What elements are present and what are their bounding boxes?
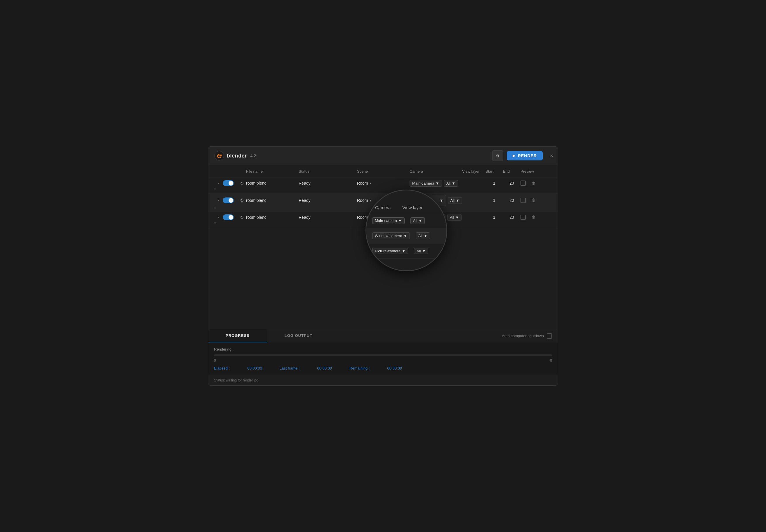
status-bar: Status: waiting for render job. [208,375,558,385]
start-row-1: 1 [485,181,503,185]
progress-area: Rendering: 0 0 Elapsed : 00:00:00 Last f… [208,342,558,375]
preview-checkbox-row-1[interactable] [520,181,526,186]
logo-area: blender 4.2 [214,151,256,161]
filename-row-3: room.blend [246,215,299,220]
start-row-2: 1 [485,198,503,203]
progress-start-num: 0 [214,358,216,363]
toggle-row-3[interactable] [223,214,234,220]
header-actions: ⚙ ▶ RENDER [492,150,543,161]
col-viewlayer: View layer [462,168,485,175]
toggle-row-2[interactable] [223,197,234,203]
zoom-header: Camera View layer [366,202,446,213]
filename-row-1: room.blend [246,181,299,185]
refresh-row-1-button[interactable]: ↻ [237,181,246,186]
viewlayer-row-1-dropdown[interactable]: All ▼ [444,180,458,187]
zoom-camera-1[interactable]: Main-camera ▼ [372,217,405,224]
zoom-col-camera: Camera [375,205,391,210]
delete-row-2-button[interactable]: 🗑 [529,198,538,203]
expand-row-2-button[interactable]: › [214,197,223,204]
zoom-camera-2[interactable]: Window-camera ▼ [372,232,410,239]
zoom-layer-2[interactable]: All ▼ [416,232,430,239]
expand-row-3-button[interactable]: › [214,214,223,221]
viewlayer-dropdown-arrow-3: ▼ [455,215,459,220]
elapsed-label: Elapsed : [214,366,230,370]
tab-spacer [330,329,496,342]
tab-progress[interactable]: PROGRESS [208,329,267,342]
elapsed-value: 00:00:00 [247,366,262,370]
col-scene: Scene [357,168,410,175]
progress-numbers: 0 0 [214,358,552,363]
tab-log-output[interactable]: LOG OUTPUT [267,329,330,342]
filename-row-2: room.blend [246,198,299,203]
col-camera: Camera [410,168,462,175]
col-toggle [223,168,237,175]
tabs-row: PROGRESS LOG OUTPUT [208,329,496,342]
delete-row-1-button[interactable]: 🗑 [529,181,538,186]
zoom-layer-1[interactable]: All ▼ [410,217,425,224]
start-row-3: 1 [485,215,503,220]
app-title: blender [227,153,247,159]
preview-checkbox-row-2[interactable] [520,198,526,203]
status-text: Status: waiting for render job. [214,378,260,382]
settings-button[interactable]: ⚙ [492,150,503,161]
auto-shutdown-checkbox[interactable] [547,333,552,339]
table-row: › ↻ room.blend Ready Room ▼ Main-camera … [208,178,558,193]
blender-logo-icon [214,151,225,161]
table-header: File name Status Scene Camera View layer… [208,165,558,178]
zoom-row-3: Picture-camera ▼ All ▼ [366,244,446,259]
titlebar: blender 4.2 ⚙ ▶ RENDER × [208,147,558,165]
end-row-2: 20 [503,198,520,203]
scene-dropdown-arrow-1: ▼ [369,182,372,185]
zoom-layer-3[interactable]: All ▼ [414,248,428,254]
render-button[interactable]: ▶ RENDER [507,151,543,160]
remaining-value: 00:00:00 [387,366,402,370]
main-window: blender 4.2 ⚙ ▶ RENDER × File name Statu… [208,146,558,386]
col-actions [529,168,538,175]
auto-shutdown-area: Auto computer shutdown [496,329,558,342]
delete-row-3-button[interactable]: 🗑 [529,215,538,220]
refresh-row-3-button[interactable]: ↻ [237,215,246,220]
svg-point-3 [221,155,222,156]
viewlayer-dropdown-arrow-2: ▼ [456,198,459,203]
end-row-3: 20 [503,215,520,220]
col-preview: Preview [520,168,529,175]
bottom-area: PROGRESS LOG OUTPUT Auto computer shutdo… [208,329,558,385]
zoom-row-1: Main-camera ▼ All ▼ [366,213,446,228]
toggle-row-1[interactable] [223,180,234,186]
gear-icon: ⚙ [496,154,499,158]
progress-end-num: 0 [550,358,552,363]
viewlayer-row-2-dropdown[interactable]: All ▼ [448,197,462,204]
time-info: Elapsed : 00:00:00 Last frame : 00:00:00… [214,366,552,370]
viewlayer-dropdown-arrow-1: ▼ [452,181,455,185]
tabs-and-shutdown: PROGRESS LOG OUTPUT Auto computer shutdo… [208,329,558,342]
expand-row-1-button[interactable]: › [214,180,223,186]
rendering-label: Rendering: [214,347,552,351]
close-button[interactable]: × [550,153,553,158]
status-row-1: Ready [299,181,357,185]
col-end: End [503,168,520,175]
col-refresh [237,168,246,175]
viewlayer-row-3-dropdown[interactable]: All ▼ [447,214,461,221]
zoom-content: Camera View layer Main-camera ▼ All ▼ W [366,190,446,270]
end-row-1: 20 [503,181,520,185]
render-label: RENDER [518,153,537,158]
drag-handle-row-2[interactable]: ≡ [214,206,223,210]
preview-checkbox-row-3[interactable] [520,215,526,220]
svg-point-0 [215,151,224,160]
col-status: Status [299,168,357,175]
status-row-2: Ready [299,198,357,203]
col-filename: File name [246,168,299,175]
table-body: › ↻ room.blend Ready Room ▼ Main-camera … [208,178,558,329]
drag-handle-row-1[interactable]: ≡ [214,187,223,191]
zoom-overlay: Camera View layer Main-camera ▼ All ▼ W [366,190,447,271]
zoom-col-viewlayer: View layer [402,205,422,210]
camera-row-1-dropdown[interactable]: Main-camera ▼ [410,180,442,187]
zoom-camera-3[interactable]: Picture-camera ▼ [372,248,408,254]
lastframe-value: 00:00:00 [317,366,332,370]
scene-row-1-dropdown[interactable]: Room ▼ [357,181,410,185]
refresh-row-2-button[interactable]: ↻ [237,198,246,203]
col-start: Start [485,168,503,175]
zoom-row-2: Window-camera ▼ All ▼ [366,228,446,244]
drag-handle-row-3[interactable]: ≡ [214,221,223,225]
remaining-label: Remaining : [349,366,370,370]
